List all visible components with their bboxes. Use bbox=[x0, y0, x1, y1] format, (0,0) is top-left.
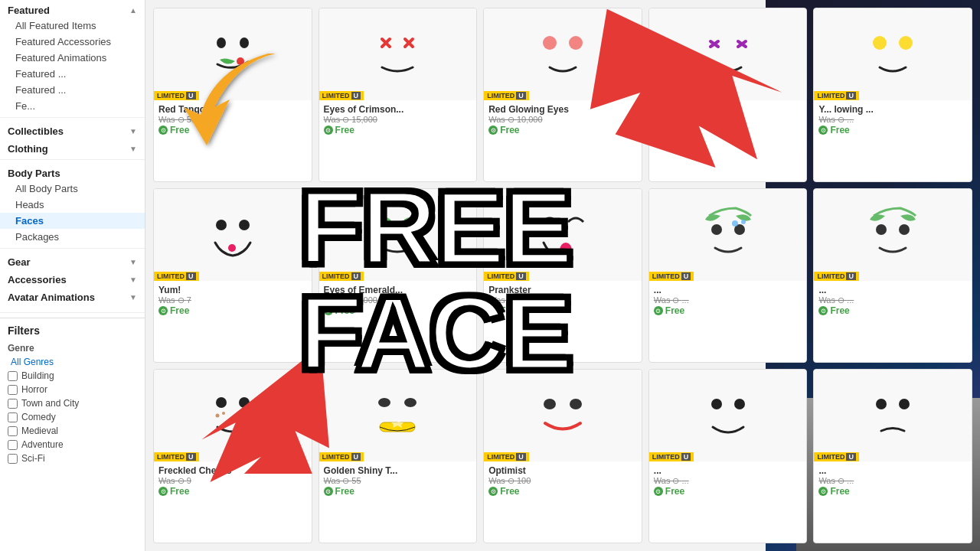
item-image-11: LIMITED U bbox=[154, 370, 312, 461]
item-price-10: ⊙Free bbox=[818, 305, 967, 316]
featured-arrow-icon: ▲ bbox=[129, 6, 137, 15]
filter-adventure-checkbox[interactable] bbox=[8, 440, 18, 450]
limited-badge-3: LIMITED U bbox=[484, 91, 529, 100]
item-info-8: Prankster Was ⊙ 95 ⊙Free bbox=[484, 281, 642, 320]
item-card-11[interactable]: LIMITED U Freckled Cheeks Was ⊙ 9 ⊙Free bbox=[153, 369, 312, 543]
item-image-5: LIMITED U bbox=[814, 8, 972, 100]
item-was-10: Was ⊙ ... bbox=[818, 295, 967, 305]
sidebar-item-all-featured[interactable]: All Featured Items bbox=[0, 18, 145, 34]
item-price-15: ⊙Free bbox=[818, 486, 967, 497]
filter-comedy-checkbox[interactable] bbox=[8, 412, 18, 422]
item-image-2: LIMITED U bbox=[319, 8, 477, 100]
svg-point-39 bbox=[899, 399, 910, 409]
item-price-11: ⊙Free bbox=[158, 486, 307, 497]
filter-all-genres[interactable]: All Genres bbox=[0, 355, 145, 369]
item-name-7: Eyes of Emerald... bbox=[324, 285, 472, 295]
item-name-4: Eyes of Azurewr... bbox=[654, 104, 802, 115]
sidebar-item-featured-c[interactable]: Featured ... bbox=[0, 66, 145, 82]
filter-town-city-checkbox[interactable] bbox=[8, 399, 18, 409]
item-image-15: LIMITED U bbox=[814, 370, 972, 461]
sidebar-item-featured-accessories[interactable]: Featured Accessories bbox=[0, 34, 145, 50]
item-card-12[interactable]: LIMITED U Golden Shiny T... Was ⊙ 55 ⊙Fr… bbox=[318, 369, 478, 543]
limited-badge-5: LIMITED U bbox=[814, 91, 859, 100]
item-was-14: Was ⊙ ... bbox=[654, 476, 802, 486]
filter-sci-fi-checkbox[interactable] bbox=[8, 454, 18, 464]
item-card-3[interactable]: LIMITED U Red Glowing Eyes Was ⊙ 10,000 … bbox=[483, 8, 642, 182]
item-card-13[interactable]: LIMITED U Optimist Was ⊙ 100 ⊙Free bbox=[483, 369, 642, 543]
item-price-3: ⊙Free bbox=[488, 125, 637, 135]
item-price-14: ⊙Free bbox=[654, 486, 802, 497]
svg-point-13 bbox=[216, 220, 227, 230]
sidebar-section-featured[interactable]: Featured ▲ bbox=[0, 0, 145, 18]
item-was-12: Was ⊙ 55 bbox=[324, 476, 472, 486]
item-card-4[interactable]: LIMITED U Eyes of Azurewr... Was ⊙ 900 ⊙… bbox=[648, 8, 808, 182]
filter-town-city[interactable]: Town and City bbox=[0, 396, 145, 410]
item-name-2: Eyes of Crimson... bbox=[324, 104, 472, 115]
item-card-6[interactable]: LIMITED U Yum! Was ⊙ 7 ⊙Free bbox=[153, 188, 312, 363]
filter-building[interactable]: Building bbox=[0, 369, 145, 383]
filter-adventure[interactable]: Adventure bbox=[0, 438, 145, 452]
item-name-9: ... bbox=[654, 285, 802, 295]
item-name-5: Y... lowing ... bbox=[818, 104, 967, 115]
item-card-1[interactable]: LIMITED U Red Tango Was ⊙ 500 ⊙Free bbox=[153, 8, 312, 182]
svg-point-37 bbox=[734, 399, 745, 409]
svg-point-10 bbox=[569, 36, 583, 50]
svg-point-16 bbox=[377, 217, 392, 230]
clothing-arrow-icon: ▼ bbox=[129, 145, 137, 153]
limited-badge-10: LIMITED U bbox=[814, 272, 859, 281]
item-name-12: Golden Shiny T... bbox=[324, 465, 472, 476]
item-card-10[interactable]: LIMITED U ... Was ⊙ ... ⊙Free bbox=[813, 188, 972, 363]
item-card-5[interactable]: LIMITED U Y... lowing ... Was ⊙ ... ⊙Fre… bbox=[813, 8, 972, 182]
sidebar-item-featured-e[interactable]: Fe... bbox=[0, 98, 145, 114]
item-was-13: Was ⊙ 100 bbox=[488, 476, 637, 486]
sidebar-section-accessories[interactable]: Accessories ▼ bbox=[0, 269, 145, 287]
filter-medieval[interactable]: Medieval bbox=[0, 424, 145, 438]
filter-medieval-checkbox[interactable] bbox=[8, 426, 18, 436]
svg-point-7 bbox=[240, 37, 249, 48]
item-name-3: Red Glowing Eyes bbox=[488, 104, 637, 115]
item-card-15[interactable]: LIMITED U ... Was ⊙ ... ⊙Free bbox=[813, 369, 972, 543]
limited-badge-13: LIMITED U bbox=[484, 452, 529, 461]
sidebar-item-featured-d[interactable]: Featured ... bbox=[0, 82, 145, 98]
item-card-8[interactable]: LIMITED U Prankster Was ⊙ 95 ⊙Free bbox=[483, 188, 642, 363]
svg-point-8 bbox=[237, 57, 244, 65]
sidebar-item-heads[interactable]: Heads bbox=[0, 197, 145, 213]
item-info-12: Golden Shiny T... Was ⊙ 55 ⊙Free bbox=[319, 461, 477, 500]
item-image-1: LIMITED U bbox=[154, 8, 312, 100]
item-card-7[interactable]: LIMITED U Eyes of Emerald... Was ⊙ 15,00… bbox=[318, 188, 478, 363]
item-image-12: LIMITED U bbox=[319, 370, 477, 461]
sidebar-item-faces[interactable]: Faces bbox=[0, 213, 145, 229]
item-image-14: LIMITED U bbox=[649, 370, 807, 461]
item-name-6: Yum! bbox=[158, 285, 307, 295]
limited-badge-9: LIMITED U bbox=[649, 272, 694, 281]
svg-point-6 bbox=[217, 37, 226, 48]
filter-comedy[interactable]: Comedy bbox=[0, 410, 145, 424]
limited-badge-4: LIMITED U bbox=[649, 91, 694, 100]
item-was-5: Was ⊙ ... bbox=[818, 115, 967, 125]
item-info-5: Y... lowing ... Was ⊙ ... ⊙Free bbox=[814, 100, 972, 139]
sidebar-section-collectibles[interactable]: Collectibles ▼ bbox=[0, 121, 145, 139]
item-card-14[interactable]: LIMITED U ... Was ⊙ ... ⊙Free bbox=[648, 369, 808, 543]
sidebar-item-packages[interactable]: Packages bbox=[0, 229, 145, 245]
sidebar-section-gear[interactable]: Gear ▼ bbox=[0, 252, 145, 269]
item-name-10: ... bbox=[818, 285, 967, 295]
item-info-9: ... Was ⊙ ... ⊙Free bbox=[649, 281, 807, 320]
limited-badge-7: LIMITED U bbox=[319, 272, 364, 281]
genre-label: Genre bbox=[0, 340, 145, 355]
item-card-9[interactable]: LIMITED U ... Was ⊙ ... ⊙Free bbox=[648, 188, 808, 363]
item-price-5: ⊙Free bbox=[818, 125, 967, 135]
sidebar: Featured ▲ All Featured Items Featured A… bbox=[0, 0, 145, 551]
filter-building-checkbox[interactable] bbox=[8, 371, 18, 381]
filter-horror[interactable]: Horror bbox=[0, 383, 145, 396]
sidebar-section-body-parts[interactable]: Body Parts bbox=[0, 163, 145, 181]
item-card-2[interactable]: LIMITED U Eyes of Crimson... Was ⊙ 15,00… bbox=[318, 8, 478, 182]
sidebar-item-featured-animations[interactable]: Featured Animations bbox=[0, 50, 145, 66]
item-was-7: Was ⊙ 15,000 bbox=[324, 295, 472, 305]
filter-horror-checkbox[interactable] bbox=[8, 385, 18, 395]
sidebar-section-clothing[interactable]: Clothing ▼ bbox=[0, 139, 145, 156]
filter-sci-fi[interactable]: Sci-Fi bbox=[0, 452, 145, 465]
limited-badge-6: LIMITED U bbox=[154, 272, 199, 281]
sidebar-item-all-body-parts[interactable]: All Body Parts bbox=[0, 181, 145, 197]
sidebar-section-avatar-animations[interactable]: Avatar Animations ▼ bbox=[0, 287, 145, 305]
svg-point-25 bbox=[215, 414, 219, 418]
